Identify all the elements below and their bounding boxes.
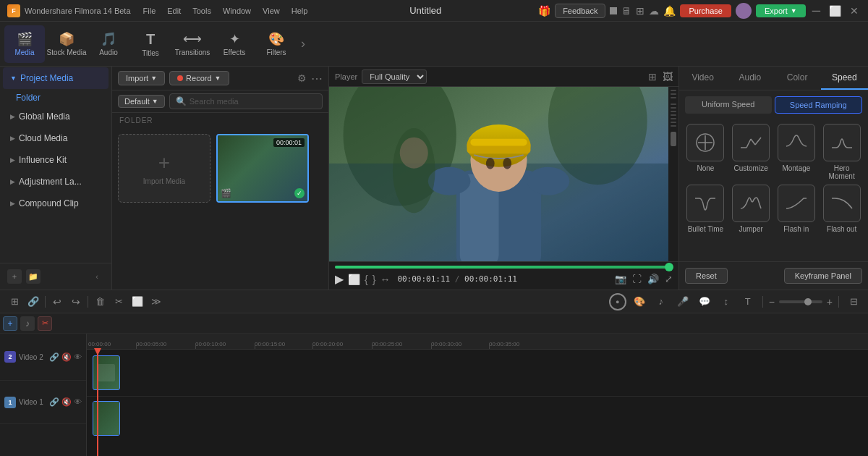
menu-window[interactable]: Window	[218, 5, 256, 17]
speed-item-customize[interactable]: Customize	[731, 124, 772, 180]
menu-edit[interactable]: Edit	[162, 5, 186, 17]
tl-cut-button[interactable]: ✂	[110, 293, 127, 311]
grid-view-icon[interactable]: ⊞	[648, 71, 657, 83]
tl-layout-button[interactable]: ⊟	[845, 293, 862, 311]
toolbar-titles[interactable]: T Titles	[130, 25, 171, 63]
panel-add-folder-button[interactable]: +	[7, 269, 22, 284]
bell-icon[interactable]: 🔔	[663, 5, 676, 17]
tab-speed[interactable]: Speed	[821, 67, 868, 90]
tl-audio-button[interactable]: ♪	[652, 293, 670, 311]
stop-button[interactable]: ⬜	[348, 274, 360, 285]
tl-split-button[interactable]: ↕	[718, 293, 735, 311]
media-search[interactable]: 🔍 Search media	[169, 93, 323, 109]
media-item-1[interactable]: 00:00:01 ✓ 🎬	[216, 134, 309, 203]
tl-add-audio-button[interactable]: ♪	[20, 316, 35, 331]
quality-select[interactable]: Full Quality	[362, 69, 427, 84]
close-button[interactable]: ✕	[848, 5, 861, 17]
tab-video[interactable]: Video	[679, 67, 726, 90]
trim-button[interactable]: ↔	[380, 274, 390, 285]
maximize-button[interactable]: ⬜	[827, 5, 843, 17]
minimize-button[interactable]: ─	[810, 4, 822, 17]
section-compound-clip[interactable]: ▶ Compound Clip	[3, 193, 109, 214]
feedback-button[interactable]: Feedback	[555, 4, 605, 18]
play-button[interactable]: ▶	[335, 272, 344, 286]
in-point-button[interactable]: {	[365, 274, 368, 285]
filter-icon[interactable]: ⚙	[297, 72, 307, 84]
tl-link-button[interactable]: 🔗	[25, 293, 42, 311]
uniform-speed-tab[interactable]: Uniform Speed	[685, 96, 772, 114]
toolbar-effects[interactable]: ✦ Effects	[214, 25, 255, 63]
tl-undo-button[interactable]: ↩	[48, 293, 66, 311]
track-link-v1[interactable]: 🔗	[49, 397, 59, 407]
cloud-icon[interactable]: ☁	[649, 5, 659, 17]
import-media-area[interactable]: + Import Media	[118, 134, 210, 203]
tab-color[interactable]: Color	[774, 67, 821, 90]
tl-zoom-slider[interactable]	[779, 300, 822, 303]
track-mute-v2[interactable]: 🔇	[61, 352, 72, 362]
section-adjustment[interactable]: ▶ Adjustment La...	[3, 172, 109, 192]
record-button[interactable]: Record▼	[169, 71, 229, 85]
speed-item-none[interactable]: None	[685, 124, 726, 180]
monitor-icon[interactable]: 🖥	[621, 5, 631, 17]
menu-view[interactable]: View	[258, 5, 285, 17]
section-influence-kit[interactable]: ▶ Influence Kit	[3, 150, 109, 170]
default-filter-button[interactable]: Default▼	[118, 95, 165, 108]
toolbar-filters[interactable]: 🎨 Filters	[256, 25, 297, 63]
reset-button[interactable]: Reset	[685, 268, 728, 284]
tl-scissors-button[interactable]: ✂	[38, 316, 52, 331]
toolbar-transitions[interactable]: ⟷ Transitions	[172, 25, 213, 63]
section-cloud-media[interactable]: ▶ Cloud Media	[3, 128, 109, 148]
tl-speed-indicator[interactable]: ●	[609, 293, 626, 311]
tab-audio[interactable]: Audio	[726, 67, 773, 90]
track-link-v2[interactable]: 🔗	[49, 352, 59, 362]
tl-delete-button[interactable]: 🗑	[91, 293, 109, 311]
more-tools-button[interactable]: ›	[298, 36, 308, 51]
speed-item-jumper[interactable]: Jumper	[731, 185, 772, 233]
track-visible-v1[interactable]: 👁	[74, 397, 82, 407]
speed-item-bullet-time[interactable]: Bullet Time	[685, 185, 726, 233]
tl-more-button[interactable]: ≫	[148, 293, 165, 311]
progress-bar[interactable]	[335, 266, 673, 269]
export-button[interactable]: Export▼	[756, 4, 806, 17]
tl-subtitle-button[interactable]: T	[739, 293, 757, 311]
grid-icon[interactable]: ⊞	[636, 5, 644, 17]
folder-item[interactable]: Folder	[0, 90, 111, 106]
out-point-button[interactable]: }	[373, 274, 376, 285]
speed-item-montage[interactable]: Montage	[776, 124, 817, 180]
scroll-thumb[interactable]	[671, 132, 676, 146]
toolbar-audio[interactable]: 🎵 Audio	[88, 25, 129, 63]
fullscreen-button[interactable]: ⛶	[632, 274, 642, 284]
speed-item-hero-moment[interactable]: Hero Moment	[821, 124, 862, 180]
panel-folder-button[interactable]: 📁	[26, 269, 41, 284]
tl-group-button[interactable]: ⊞	[6, 293, 23, 311]
keyframe-panel-button[interactable]: Keyframe Panel	[784, 268, 862, 284]
tl-redo-button[interactable]: ↪	[67, 293, 85, 311]
import-button[interactable]: Import▼	[118, 71, 165, 85]
expand-button[interactable]: ⤢	[665, 274, 673, 284]
gift-icon[interactable]: 🎁	[538, 5, 550, 17]
panel-collapse-button[interactable]: ‹	[90, 269, 104, 284]
tl-captions-button[interactable]: 💬	[696, 293, 713, 311]
image-icon[interactable]: 🖼	[663, 71, 673, 83]
toolbar-media[interactable]: 🎬 Media	[4, 25, 45, 63]
tl-zoom-out-button[interactable]: −	[769, 296, 775, 308]
tl-color-button[interactable]: 🎨	[631, 293, 648, 311]
speed-item-flash-in[interactable]: Flash in	[776, 185, 817, 233]
toolbar-stock-media[interactable]: 📦 Stock Media	[46, 25, 87, 63]
progress-thumb[interactable]	[665, 263, 673, 271]
menu-tools[interactable]: Tools	[187, 5, 216, 17]
section-project-media[interactable]: ▼ Project Media	[3, 67, 109, 89]
screenshot-button[interactable]: 📷	[615, 274, 626, 284]
track-visible-v2[interactable]: 👁	[74, 352, 82, 362]
track-mute-v1[interactable]: 🔇	[61, 397, 72, 407]
user-avatar[interactable]	[736, 3, 752, 19]
speed-item-flash-out[interactable]: Flash out	[821, 185, 862, 233]
purchase-button[interactable]: Purchase	[680, 4, 731, 17]
more-media-options[interactable]: ⋯	[311, 72, 323, 85]
tl-record-button[interactable]: 🎤	[674, 293, 692, 311]
tl-add-video-button[interactable]: +	[3, 316, 17, 331]
menu-file[interactable]: File	[138, 5, 161, 17]
menu-help[interactable]: Help	[286, 5, 313, 17]
playhead[interactable]	[97, 350, 98, 456]
volume-button[interactable]: 🔊	[647, 274, 659, 284]
